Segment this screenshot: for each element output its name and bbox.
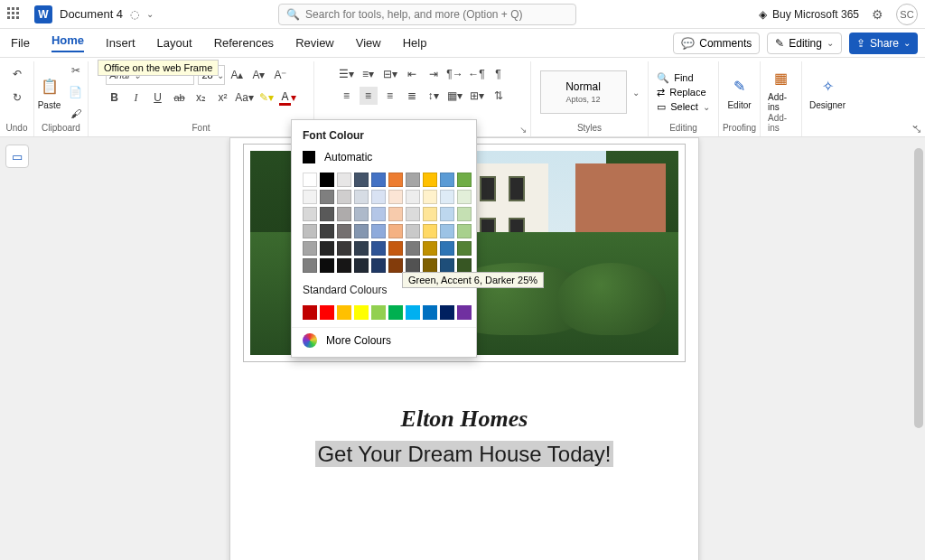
document-title[interactable]: Document 4 — [60, 7, 123, 21]
bold-button[interactable]: B — [106, 89, 124, 107]
color-swatch[interactable] — [406, 224, 420, 238]
title-dropdown-icon[interactable]: ⌄ — [146, 9, 154, 19]
share-button[interactable]: ⇪Share⌄ — [849, 33, 918, 54]
strike-button[interactable]: ab — [171, 89, 189, 107]
replace-button[interactable]: ⇄Replace — [657, 87, 710, 98]
case-button[interactable]: Aa▾ — [236, 89, 254, 107]
color-swatch[interactable] — [371, 241, 386, 256]
color-swatch[interactable] — [354, 190, 369, 204]
sort-button[interactable]: ⇅ — [490, 87, 508, 105]
comments-button[interactable]: 💬Comments — [673, 33, 760, 54]
color-swatch[interactable] — [371, 224, 386, 238]
tab-view[interactable]: View — [356, 36, 381, 50]
redo-button[interactable]: ↻ — [8, 89, 26, 107]
color-swatch[interactable] — [337, 305, 351, 320]
color-swatch[interactable] — [303, 173, 317, 187]
color-swatch[interactable] — [457, 207, 472, 221]
underline-button[interactable]: U — [149, 89, 167, 107]
color-swatch[interactable] — [440, 190, 454, 204]
word-app-icon[interactable]: W — [34, 5, 52, 23]
color-swatch[interactable] — [320, 224, 334, 238]
shading-button[interactable]: ▦▾ — [446, 87, 464, 105]
color-swatch[interactable] — [303, 190, 317, 204]
italic-button[interactable]: I — [127, 89, 145, 107]
color-swatch[interactable] — [457, 258, 472, 273]
color-swatch[interactable] — [371, 258, 386, 273]
color-swatch[interactable] — [354, 305, 369, 320]
styles-expand-icon[interactable]: ⌄ — [632, 88, 640, 98]
settings-icon[interactable]: ⚙ — [872, 7, 883, 22]
color-swatch[interactable] — [406, 190, 420, 204]
color-swatch[interactable] — [303, 241, 317, 256]
automatic-color-row[interactable]: Automatic — [292, 147, 476, 171]
color-swatch[interactable] — [423, 258, 437, 273]
tab-home[interactable]: Home — [51, 33, 84, 52]
paragraph-launcher-icon[interactable]: ↘ — [519, 125, 527, 135]
page-thumbnails-button[interactable]: ▭ — [5, 145, 29, 168]
bullets-button[interactable]: ☰▾ — [338, 65, 356, 83]
buy-m365-button[interactable]: ◈ Buy Microsoft 365 — [759, 8, 859, 21]
color-swatch[interactable] — [371, 207, 386, 221]
format-painter-button[interactable]: 🖌 — [67, 105, 85, 123]
justify-button[interactable]: ≣ — [403, 87, 421, 105]
align-center-button[interactable]: ≡ — [360, 87, 378, 105]
search-box[interactable]: 🔍 — [278, 4, 576, 25]
borders-button[interactable]: ⊞▾ — [468, 87, 486, 105]
color-swatch[interactable] — [440, 258, 454, 273]
show-marks-button[interactable]: ¶ — [490, 65, 508, 83]
color-swatch[interactable] — [320, 190, 334, 204]
color-swatch[interactable] — [303, 207, 317, 221]
tab-layout[interactable]: Layout — [157, 36, 192, 50]
align-left-button[interactable]: ≡ — [338, 87, 356, 105]
editing-mode-button[interactable]: ✎Editing⌄ — [767, 33, 842, 54]
color-swatch[interactable] — [457, 241, 472, 256]
color-swatch[interactable] — [320, 207, 334, 221]
color-swatch[interactable] — [388, 173, 403, 187]
color-swatch[interactable] — [320, 241, 334, 256]
color-swatch[interactable] — [354, 258, 369, 273]
color-swatch[interactable] — [440, 305, 454, 320]
align-right-button[interactable]: ≡ — [381, 87, 399, 105]
shrink-font-button[interactable]: A▾ — [250, 66, 268, 84]
increase-indent-button[interactable]: ⇥ — [425, 65, 443, 83]
editor-button[interactable]: ✎Editor — [727, 75, 751, 110]
designer-button[interactable]: ✧Designer — [809, 75, 846, 110]
color-swatch[interactable] — [388, 258, 403, 273]
subscript-button[interactable]: x₂ — [192, 89, 210, 107]
color-swatch[interactable] — [440, 224, 454, 238]
color-swatch[interactable] — [371, 305, 386, 320]
grow-font-button[interactable]: A▴ — [229, 66, 247, 84]
ribbon-collapse-icon[interactable]: ⌄ — [911, 118, 920, 131]
document-headline[interactable]: Elton Homes — [230, 406, 698, 433]
ltr-button[interactable]: ¶→ — [446, 65, 464, 83]
font-color-button[interactable]: A▾ — [279, 89, 297, 107]
paste-button[interactable]: 📋 Paste — [38, 75, 61, 110]
color-swatch[interactable] — [457, 305, 472, 320]
color-swatch[interactable] — [354, 173, 369, 187]
color-swatch[interactable] — [388, 190, 403, 204]
color-swatch[interactable] — [371, 173, 386, 187]
color-swatch[interactable] — [303, 224, 317, 238]
style-normal[interactable]: Normal Aptos, 12 — [540, 70, 627, 114]
color-swatch[interactable] — [303, 258, 317, 273]
color-swatch[interactable] — [423, 207, 437, 221]
app-launcher-icon[interactable] — [7, 7, 22, 22]
color-swatch[interactable] — [423, 224, 437, 238]
cut-button[interactable]: ✂ — [67, 61, 85, 79]
color-swatch[interactable] — [457, 224, 472, 238]
tab-references[interactable]: References — [214, 36, 274, 50]
color-swatch[interactable] — [354, 241, 369, 256]
line-spacing-button[interactable]: ↕▾ — [425, 87, 443, 105]
color-swatch[interactable] — [406, 173, 420, 187]
color-swatch[interactable] — [457, 173, 472, 187]
avatar[interactable]: SC — [896, 4, 918, 25]
color-swatch[interactable] — [406, 305, 420, 320]
color-swatch[interactable] — [388, 224, 403, 238]
clear-format-button[interactable]: A⁻ — [272, 66, 290, 84]
color-swatch[interactable] — [423, 241, 437, 256]
color-swatch[interactable] — [320, 258, 334, 273]
tab-review[interactable]: Review — [295, 36, 334, 50]
color-swatch[interactable] — [354, 207, 369, 221]
copy-button[interactable]: 📄 — [67, 83, 85, 101]
save-status-icon[interactable]: ◌ — [130, 8, 139, 21]
